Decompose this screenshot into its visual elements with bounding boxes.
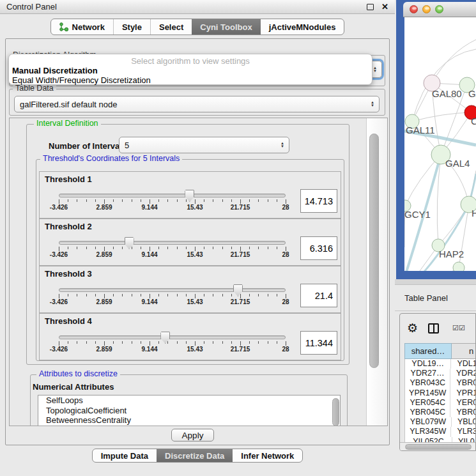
tab-network[interactable]: Network	[51, 19, 113, 35]
major-tick	[286, 199, 286, 204]
cell-shared-name: YDL19…	[405, 359, 451, 369]
threshold-slider-track[interactable]	[59, 194, 286, 197]
minor-tick	[132, 341, 132, 344]
minor-tick	[186, 247, 187, 249]
network-window-titlebar[interactable]	[403, 2, 476, 17]
minor-tick	[222, 199, 223, 202]
column-header-shared[interactable]: shared…	[404, 343, 452, 359]
split-columns-icon[interactable]	[428, 323, 439, 334]
table-row[interactable]: YBR043CYBR0	[405, 378, 476, 388]
tick-label: -3.426	[43, 251, 75, 258]
dropdown-option-equal-width[interactable]: Equal Width/Frequency Discretization	[12, 75, 151, 85]
tab-style[interactable]: Style	[113, 19, 150, 35]
tab-jactivemnodules[interactable]: jActiveMNodules	[261, 19, 344, 35]
number-of-intervals-combobox[interactable]: 5 ▲▼	[119, 137, 289, 153]
threshold-slider-thumb[interactable]	[160, 332, 170, 344]
gear-icon[interactable]: ⚙	[407, 322, 418, 334]
tab-impute-data[interactable]: Impute Data	[93, 449, 157, 462]
tab-jactivemnodules-label: jActiveMNodules	[269, 22, 336, 32]
horizontal-scrollbar-track[interactable]	[400, 442, 476, 450]
select-columns-icon[interactable]: ☑☑	[452, 324, 465, 332]
column-header-name[interactable]: n	[452, 343, 476, 359]
threshold-slider-thumb[interactable]	[233, 284, 243, 296]
minor-tick	[141, 199, 141, 202]
tick-label: 21.715	[224, 346, 256, 353]
float-window-icon[interactable]	[367, 4, 374, 10]
vertical-scrollbar-thumb[interactable]	[369, 134, 379, 368]
table-toolbar: ⚙ ☑☑	[400, 314, 476, 342]
table-data-combobox[interactable]: galFiltered.sif default node ▲▼	[14, 96, 380, 112]
apply-button[interactable]: Apply	[171, 429, 214, 441]
tab-select[interactable]: Select	[150, 19, 192, 35]
tick-label: 15.43	[179, 251, 211, 258]
attribute-list-item[interactable]: TopologicalCoefficient	[38, 406, 340, 416]
threshold-slider-thumb[interactable]	[125, 237, 134, 249]
minor-tick	[68, 199, 68, 202]
minor-tick	[213, 341, 213, 344]
dropdown-option-manual[interactable]: Manual Discretization	[12, 66, 98, 75]
tab-infer-network[interactable]: Infer Network	[233, 449, 302, 462]
attribute-list-item[interactable]: BetweennessCentrality	[38, 415, 340, 426]
table-row[interactable]: YDL19…YDL1	[405, 359, 476, 369]
minor-tick	[277, 294, 277, 296]
table-row[interactable]: YBR045CYBR0	[405, 408, 476, 417]
minor-tick	[204, 341, 204, 344]
minor-tick	[277, 199, 277, 202]
threshold-value-field[interactable]	[300, 284, 337, 307]
threshold-value-field[interactable]	[300, 331, 337, 355]
table-row[interactable]: YLR345WYLR3	[405, 427, 476, 436]
minor-tick	[167, 294, 168, 296]
tab-style-label: Style	[122, 22, 142, 32]
window-zoom-button[interactable]	[435, 5, 443, 13]
threshold-slider-track[interactable]	[59, 241, 286, 245]
window-minimize-button[interactable]	[422, 5, 431, 13]
minor-tick	[268, 294, 268, 296]
cell-shared-name: YLR345W	[405, 427, 451, 436]
threshold-slider-track[interactable]	[59, 288, 286, 292]
threshold-slider-track[interactable]	[59, 335, 286, 339]
attribute-list-item[interactable]: SelfLoops	[38, 395, 340, 406]
threshold-panel-4: Threshold 4-3.4262.8599.14415.4321.71528	[39, 313, 341, 360]
minor-tick	[204, 199, 204, 202]
attribute-items: SelfLoopsTopologicalCoefficientBetweenne…	[38, 395, 340, 426]
tab-cyni-toolbox[interactable]: Cyni Toolbox	[192, 19, 260, 35]
minor-tick	[158, 247, 159, 249]
table-row[interactable]: YIL052CYIL0	[405, 437, 476, 443]
tab-cyni-toolbox-label: Cyni Toolbox	[200, 22, 252, 32]
cell-shared-name: YER054C	[405, 398, 450, 408]
table-row[interactable]: YDR27…YDR2	[405, 369, 476, 378]
minor-tick	[222, 294, 223, 296]
network-graph: GAL80GACGAL11GAL4GCY1HHAP2	[404, 17, 476, 271]
attributes-group-label: Attributes to discretize	[36, 370, 120, 378]
tab-discretize-data[interactable]: Discretize Data	[157, 449, 233, 462]
table-row[interactable]: YBL079WYBL0	[405, 417, 476, 427]
tick-label: 15.43	[179, 298, 211, 305]
top-tab-row: Network Style Select Cyni Toolbox jActiv…	[0, 19, 395, 35]
major-tick	[104, 341, 105, 346]
attributes-scrollbar-thumb[interactable]	[332, 398, 339, 426]
window-close-button[interactable]	[410, 5, 418, 13]
network-node[interactable]	[453, 262, 464, 271]
table-row[interactable]: YER054CYER0	[405, 398, 476, 408]
major-tick	[104, 294, 105, 298]
threshold-value-field[interactable]	[300, 236, 337, 260]
numerical-attributes-list[interactable]: SelfLoopsTopologicalCoefficientBetweenne…	[38, 395, 341, 426]
table-row[interactable]: YPR145WYPR1	[405, 388, 476, 398]
major-tick	[240, 199, 241, 204]
control-panel: Control Panel ✕ Network Style Select Cyn…	[0, 0, 395, 476]
dropdown-placeholder[interactable]: Select algorithm to view settings	[9, 56, 372, 66]
network-canvas[interactable]: GAL80GACGAL11GAL4GCY1HHAP2	[404, 17, 476, 271]
tick-label: 21.715	[224, 204, 256, 211]
minor-tick	[231, 199, 232, 202]
major-tick	[104, 199, 105, 204]
minor-tick	[268, 247, 268, 249]
close-icon[interactable]: ✕	[381, 4, 388, 10]
minor-tick	[213, 247, 213, 249]
minor-tick	[231, 341, 232, 344]
cell-name: YDL1	[451, 359, 476, 369]
minor-tick	[258, 294, 259, 296]
threshold-value-field[interactable]	[300, 189, 337, 213]
network-edge	[412, 112, 472, 121]
major-tick	[195, 199, 196, 204]
horizontal-scrollbar-thumb[interactable]	[405, 444, 472, 450]
